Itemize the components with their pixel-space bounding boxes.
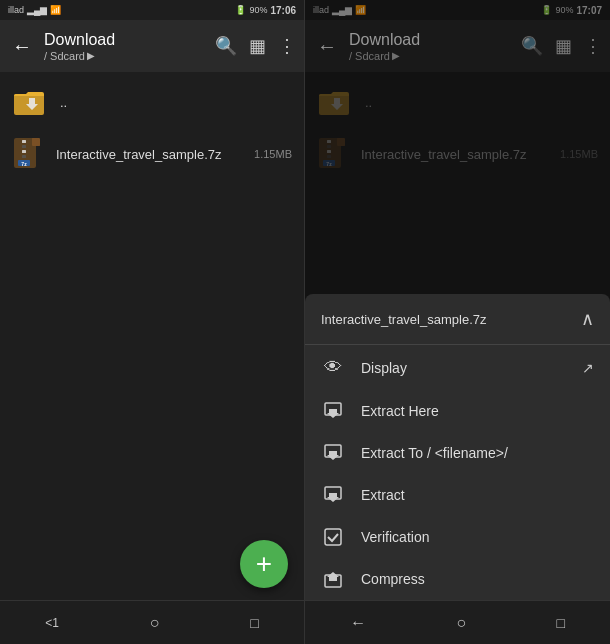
right-panel: illad ▂▄▆ 📶 🔋 90% 17:07 ← Download / Sdc… [305, 0, 610, 644]
extract-to-icon [321, 444, 345, 462]
nav-home-left[interactable]: ○ [134, 606, 176, 640]
svg-rect-4 [22, 140, 26, 143]
title-left: Download [44, 30, 207, 49]
grid-button-left[interactable]: ▦ [249, 35, 266, 57]
eye-icon: 👁 [321, 357, 345, 378]
nav-recents-icon-right: □ [556, 615, 564, 631]
subtitle-text-left: / Sdcard [44, 50, 85, 62]
search-icon: 🔍 [215, 35, 237, 57]
nav-recents-right[interactable]: □ [540, 607, 580, 639]
folder-up-icon [12, 84, 48, 120]
verify-icon [321, 528, 345, 546]
svg-marker-25 [327, 493, 339, 502]
nav-back-left[interactable]: <1 [29, 608, 75, 638]
file-info: Interactive_travel_sample.7z [56, 147, 242, 162]
svg-rect-26 [325, 529, 341, 545]
extract-to-label: Extract To / <filename>/ [361, 445, 508, 461]
fab-button[interactable]: + [240, 540, 288, 588]
compress-label: Compress [361, 571, 425, 587]
nav-recents-left[interactable]: □ [234, 607, 274, 639]
display-label: Display [361, 360, 407, 376]
verification-label: Verification [361, 529, 429, 545]
extract-label: Extract [361, 487, 405, 503]
svg-marker-28 [327, 572, 339, 581]
context-header: Interactive_travel_sample.7z ∧ [305, 294, 610, 345]
svg-rect-6 [22, 150, 26, 153]
context-item-extract[interactable]: Extract [305, 474, 610, 516]
left-panel: illad ▂▄▆ 📶 🔋 90% 17:06 ← Download / Sdc… [0, 0, 305, 644]
subtitle-arrow-left: ▶ [87, 50, 95, 61]
context-title: Interactive_travel_sample.7z [321, 312, 486, 327]
context-item-compress[interactable]: Compress [305, 558, 610, 600]
nav-recents-icon: □ [250, 615, 258, 631]
status-bar-left: illad ▂▄▆ 📶 🔋 90% 17:06 [0, 0, 304, 20]
status-left: illad ▂▄▆ 📶 [8, 5, 61, 15]
svg-rect-5 [22, 145, 26, 148]
archive-icon-left: 7z [12, 136, 44, 172]
battery-pct-left: 90% [249, 5, 267, 15]
nav-back-icon-right: ← [350, 614, 366, 632]
svg-marker-23 [327, 451, 339, 460]
top-icons-left: 🔍 ▦ ⋮ [215, 35, 296, 57]
file-list-left: .. 7z Interactive_tra [0, 72, 304, 600]
context-item-extract-to[interactable]: Extract To / <filename>/ [305, 432, 610, 474]
time-left: 17:06 [270, 5, 296, 16]
title-section-left: Download / Sdcard ▶ [44, 30, 207, 61]
battery-icon-left: 🔋 [235, 5, 246, 15]
list-item[interactable]: .. [0, 76, 304, 128]
file-size: 1.15MB [254, 148, 292, 160]
svg-marker-21 [327, 409, 339, 418]
nav-back-right[interactable]: ← [334, 606, 382, 640]
search-button-left[interactable]: 🔍 [215, 35, 237, 57]
fab-plus-icon: + [256, 550, 272, 578]
extract-icon [321, 486, 345, 504]
svg-text:7z: 7z [21, 161, 27, 167]
nav-back-icon: <1 [45, 616, 59, 630]
arrow-icon: ↗ [582, 360, 594, 376]
nav-home-right[interactable]: ○ [440, 606, 482, 640]
extract-here-label: Extract Here [361, 403, 439, 419]
file-name: Interactive_travel_sample.7z [56, 147, 242, 162]
topbar-left: ← Download / Sdcard ▶ 🔍 ▦ ⋮ [0, 20, 304, 72]
status-right-left: 🔋 90% 17:06 [235, 5, 296, 16]
more-icon: ⋮ [278, 35, 296, 57]
context-menu: Interactive_travel_sample.7z ∧ 👁 Display… [305, 294, 610, 600]
signal-icon: ▂▄▆ [27, 5, 47, 15]
context-item-verification[interactable]: Verification [305, 516, 610, 558]
chevron-up-icon: ∧ [581, 308, 594, 330]
nav-home-icon-right: ○ [456, 614, 466, 632]
back-icon-left: ← [12, 35, 32, 58]
bottom-nav-left: <1 ○ □ [0, 600, 304, 644]
nav-home-icon: ○ [150, 614, 160, 632]
wifi-icon: 📶 [50, 5, 61, 15]
file-info: .. [60, 95, 292, 110]
context-item-display[interactable]: 👁 Display ↗ [305, 345, 610, 390]
bottom-nav-right: ← ○ □ [305, 600, 610, 644]
compress-icon [321, 570, 345, 588]
carrier-left: illad [8, 5, 24, 15]
context-item-extract-here[interactable]: Extract Here [305, 390, 610, 432]
svg-rect-3 [32, 138, 40, 146]
subtitle-left: / Sdcard ▶ [44, 50, 207, 62]
file-name: .. [60, 95, 292, 110]
grid-icon: ▦ [249, 35, 266, 57]
svg-rect-7 [22, 155, 26, 158]
list-item[interactable]: 7z Interactive_travel_sample.7z 1.15MB [0, 128, 304, 180]
extract-here-icon [321, 402, 345, 420]
back-button-left[interactable]: ← [8, 31, 36, 62]
more-button-left[interactable]: ⋮ [278, 35, 296, 57]
